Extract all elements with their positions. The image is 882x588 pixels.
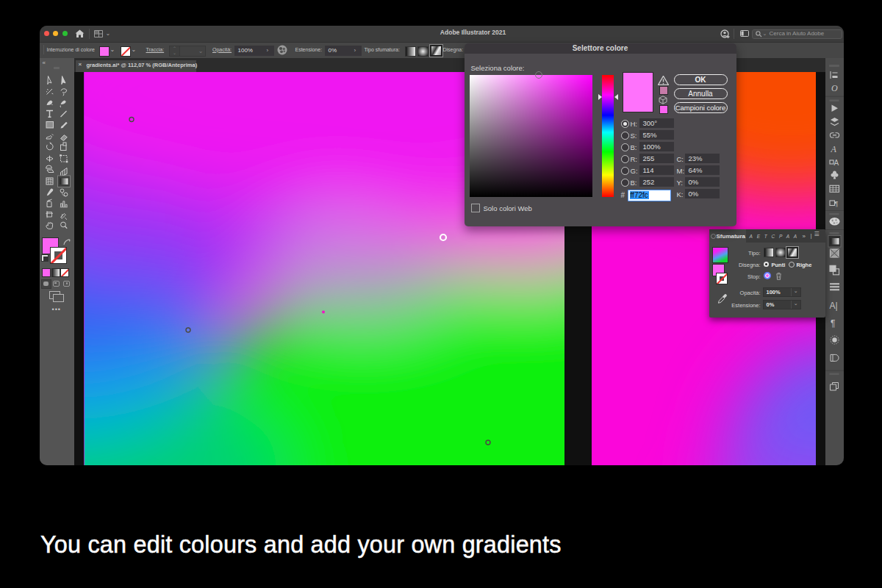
svg-text:A: A bbox=[830, 143, 836, 154]
svg-text:¶: ¶ bbox=[834, 199, 838, 207]
svg-text:¶: ¶ bbox=[831, 318, 835, 329]
svg-text:A: A bbox=[833, 159, 839, 167]
svg-text:A|: A| bbox=[829, 300, 837, 310]
svg-text:O: O bbox=[831, 83, 838, 93]
